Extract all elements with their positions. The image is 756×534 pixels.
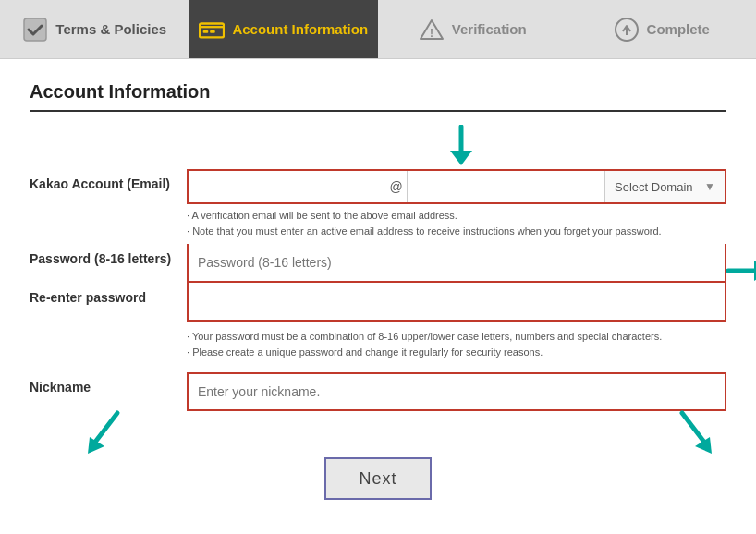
step-terms[interactable]: Terms & Policies bbox=[0, 0, 189, 58]
chevron-down-icon: ▼ bbox=[704, 180, 715, 193]
nickname-input[interactable] bbox=[187, 372, 726, 411]
reenter-input[interactable] bbox=[187, 283, 726, 322]
password-section: Password (8-16 letters) Re-enter passwor… bbox=[30, 244, 726, 325]
step-verification[interactable]: ! Verification bbox=[378, 0, 567, 58]
password-hint-2: Please create a unique password and chan… bbox=[187, 345, 726, 360]
nickname-label: Nickname bbox=[30, 372, 187, 394]
email-form-row: Kakao Account (Email) @ Select Domain ▼ … bbox=[30, 169, 726, 238]
step-complete[interactable]: Complete bbox=[567, 0, 757, 58]
main-content: Account Information Kakao Account (Email… bbox=[0, 59, 756, 518]
svg-line-15 bbox=[682, 413, 706, 444]
svg-marker-10 bbox=[450, 151, 472, 165]
stepper: Terms & Policies Account Information ! V… bbox=[0, 0, 756, 59]
email-input-row: @ Select Domain ▼ bbox=[187, 169, 726, 204]
page-title: Account Information bbox=[30, 81, 726, 112]
reenter-form-row: Re-enter password bbox=[30, 283, 726, 322]
password-input[interactable] bbox=[187, 244, 726, 283]
next-button-container: Next bbox=[30, 457, 726, 500]
password-form-row: Password (8-16 letters) bbox=[30, 244, 726, 283]
checkmark-icon bbox=[22, 17, 48, 42]
next-button[interactable]: Next bbox=[324, 457, 432, 500]
email-arrow-indicator bbox=[196, 125, 726, 165]
reenter-field bbox=[187, 283, 726, 322]
email-hints: A verification email will be sent to the… bbox=[187, 208, 726, 238]
domain-select-label: Select Domain bbox=[615, 180, 693, 194]
email-field-group: @ Select Domain ▼ A verification email w… bbox=[187, 169, 726, 238]
nickname-field bbox=[187, 372, 726, 411]
svg-line-13 bbox=[93, 413, 117, 444]
upload-icon bbox=[614, 17, 640, 42]
email-label: Kakao Account (Email) bbox=[30, 169, 187, 191]
email-at-symbol: @ bbox=[385, 179, 406, 194]
nickname-form-row: Nickname bbox=[30, 372, 726, 411]
password-fields-wrapper: Password (8-16 letters) Re-enter passwor… bbox=[30, 244, 726, 325]
email-domain-input[interactable] bbox=[407, 171, 604, 202]
password-hints-spacer bbox=[30, 325, 187, 333]
svg-rect-3 bbox=[203, 30, 209, 32]
password-field bbox=[187, 244, 726, 283]
step-verification-label: Verification bbox=[452, 21, 527, 37]
email-hint-1: A verification email will be sent to the… bbox=[187, 208, 726, 224]
password-label: Password (8-16 letters) bbox=[30, 244, 187, 266]
password-hints: Your password must be a combination of 8… bbox=[187, 329, 726, 359]
svg-text:!: ! bbox=[430, 27, 433, 40]
reenter-label: Re-enter password bbox=[30, 283, 187, 305]
nickname-arrow-left bbox=[80, 409, 127, 459]
nickname-arrow-right bbox=[673, 409, 719, 459]
step-account[interactable]: Account Information bbox=[189, 0, 379, 58]
nickname-section: Nickname bbox=[30, 372, 726, 411]
step-terms-label: Terms & Policies bbox=[55, 21, 166, 37]
email-local-input[interactable] bbox=[189, 171, 385, 202]
account-icon bbox=[199, 17, 225, 42]
password-arrow-indicator bbox=[726, 257, 756, 288]
email-hint-2: Note that you must enter an active email… bbox=[187, 224, 726, 239]
svg-rect-4 bbox=[211, 30, 216, 32]
triangle-icon: ! bbox=[419, 17, 445, 42]
step-account-label: Account Information bbox=[232, 21, 368, 37]
step-complete-label: Complete bbox=[647, 21, 710, 37]
password-hint-1: Your password must be a combination of 8… bbox=[187, 329, 726, 345]
password-hints-row: Your password must be a combination of 8… bbox=[30, 325, 726, 359]
domain-select-button[interactable]: Select Domain ▼ bbox=[604, 171, 725, 202]
